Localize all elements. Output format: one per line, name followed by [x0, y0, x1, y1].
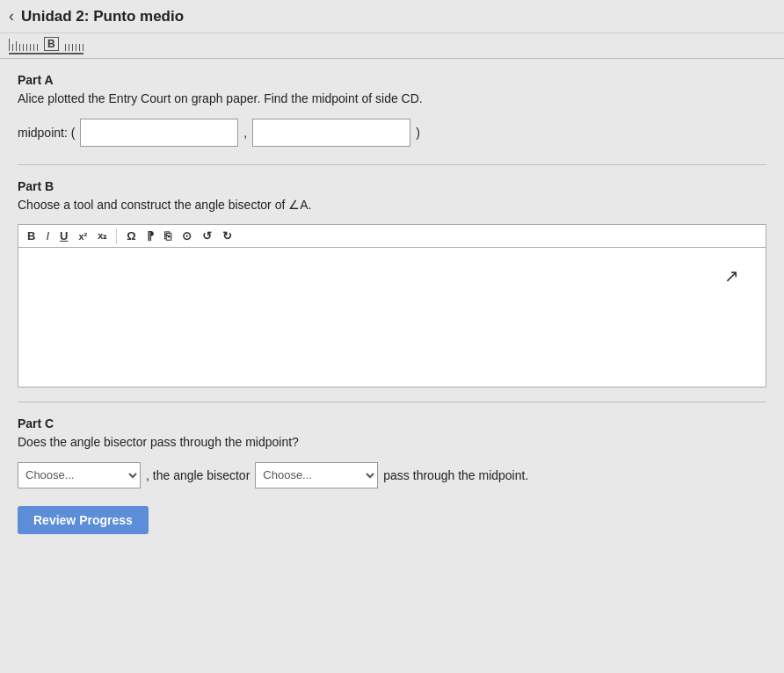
main-container: ‹ Unidad 2: Punto medio B Part A Alice p… — [0, 0, 784, 673]
choose-dropdown-1[interactable]: Choose... Yes No Sometimes — [18, 462, 141, 488]
part-b-text: Choose a tool and construct the angle bi… — [18, 197, 766, 214]
divider-a-b — [18, 164, 766, 165]
copy-button[interactable]: ⎘ — [161, 228, 175, 244]
cursor-arrow-icon: ↗ — [724, 265, 739, 286]
ruler-tick-11 — [69, 44, 69, 51]
part-a-text: Alice plotted the Entry Court on graph p… — [18, 90, 766, 108]
ruler-tick-7 — [30, 44, 31, 51]
special1-button[interactable]: ⁋ — [143, 228, 157, 244]
ruler-tick-6 — [26, 44, 27, 51]
editor-area[interactable]: ↗ — [18, 247, 766, 387]
back-arrow[interactable]: ‹ — [9, 7, 14, 25]
ruler: B — [9, 37, 83, 54]
ruler-tick-12 — [72, 44, 73, 51]
bold-button[interactable]: B — [24, 228, 39, 244]
review-progress-button[interactable]: Review Progress — [18, 506, 149, 534]
part-a-label: Part A — [18, 73, 766, 87]
redo-button[interactable]: ↻ — [219, 228, 236, 244]
omega-button[interactable]: Ω — [123, 228, 139, 244]
midpoint-x-input[interactable] — [80, 119, 238, 147]
midpoint-label: midpoint: ( — [18, 126, 75, 140]
midpoint-row: midpoint: ( , ) — [18, 119, 766, 147]
ruler-tick-2 — [12, 44, 13, 51]
superscript-button[interactable]: x² — [75, 229, 91, 243]
midpoint-comma: , — [243, 126, 247, 140]
ruler-toolbar: B — [0, 33, 784, 59]
ruler-tick-9 — [37, 44, 38, 51]
middle-text: , the angle bisector — [146, 468, 250, 482]
underline-button[interactable]: U — [56, 228, 71, 244]
part-b-label: Part B — [18, 179, 766, 193]
toolbar-sep-1 — [116, 228, 117, 244]
ruler-tick-3 — [16, 41, 17, 51]
rich-text-toolbar: B I U x² x₂ Ω ⁋ ⎘ ⊙ ↺ ↻ — [18, 224, 766, 247]
ruler-tick-15 — [83, 44, 83, 51]
ruler-tick-10 — [65, 44, 66, 51]
ruler-tick-4 — [19, 44, 20, 51]
ruler-tick-13 — [76, 44, 76, 51]
ruler-tick-5 — [23, 44, 24, 51]
ruler-b-label: B — [44, 37, 59, 51]
part-c-row: Choose... Yes No Sometimes , the angle b… — [18, 462, 766, 488]
ruler-tick-1 — [9, 39, 10, 51]
undo-button[interactable]: ↺ — [199, 228, 215, 244]
part-c-text: Does the angle bisector pass through the… — [18, 434, 766, 452]
subscript-button[interactable]: x₂ — [94, 228, 110, 243]
divider-b-c — [18, 402, 766, 402]
ruler-tick-8 — [33, 44, 34, 51]
page-title: Unidad 2: Punto medio — [21, 8, 184, 25]
header: ‹ Unidad 2: Punto medio — [0, 0, 784, 33]
flip-button[interactable]: ⊙ — [178, 228, 195, 244]
ruler-tick-14 — [79, 44, 80, 51]
part-c-label: Part C — [18, 416, 766, 431]
italic-button[interactable]: I — [42, 228, 53, 244]
content-area: Part A Alice plotted the Entry Court on … — [0, 59, 784, 548]
choose-dropdown-2[interactable]: Choose... does does not — [255, 462, 378, 488]
midpoint-close-paren: ) — [416, 126, 420, 140]
midpoint-y-input[interactable] — [252, 119, 410, 147]
end-text: pass through the midpoint. — [383, 468, 528, 482]
